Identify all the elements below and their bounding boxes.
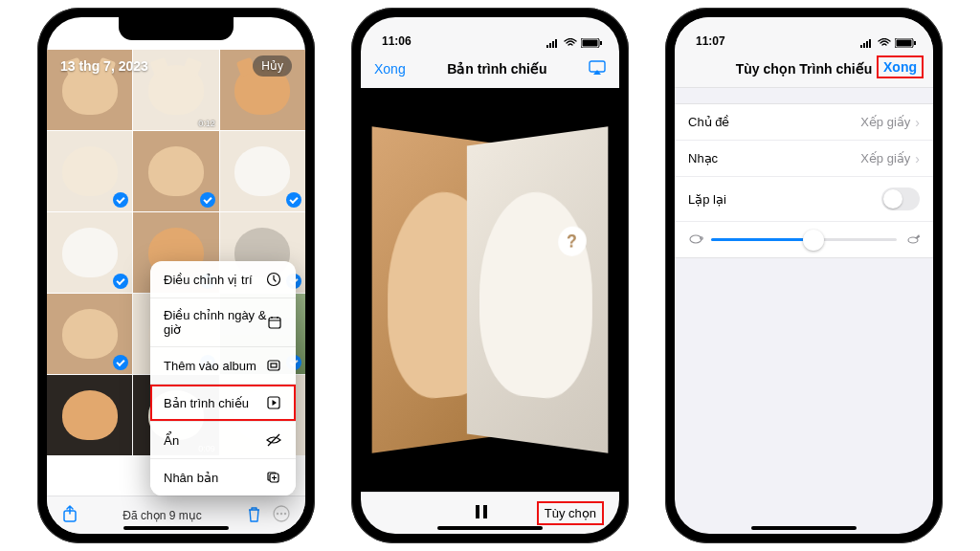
svg-point-36 bbox=[690, 235, 702, 243]
share-button[interactable] bbox=[62, 505, 78, 525]
selected-check-icon bbox=[113, 355, 128, 370]
done-button[interactable]: Xong bbox=[374, 61, 406, 77]
chevron-right-icon: › bbox=[915, 152, 920, 165]
phone-1: 11:06 13 thg 7, 2023 Hủy 0:12 bbox=[37, 8, 315, 543]
svg-rect-0 bbox=[233, 45, 234, 48]
svg-rect-22 bbox=[555, 39, 557, 48]
options-button[interactable]: Tùy chọn bbox=[537, 501, 604, 525]
photo-thumb[interactable] bbox=[47, 375, 132, 455]
pause-button[interactable] bbox=[475, 504, 488, 523]
more-button[interactable] bbox=[273, 505, 290, 525]
svg-rect-20 bbox=[549, 43, 551, 48]
svg-rect-24 bbox=[600, 41, 602, 45]
signal-icon bbox=[546, 38, 560, 48]
svg-rect-5 bbox=[286, 41, 288, 45]
home-indicator[interactable] bbox=[123, 526, 229, 530]
row-value: Xếp giấy › bbox=[860, 151, 920, 165]
selection-count: Đã chọn 9 mục bbox=[122, 509, 201, 522]
nav-title: Tùy chọn Trình chiếu bbox=[736, 61, 872, 77]
status-time: 11:07 bbox=[696, 34, 725, 48]
status-time: 11:06 bbox=[68, 34, 98, 48]
clock-icon bbox=[265, 271, 282, 288]
selected-check-icon bbox=[200, 192, 215, 208]
menu-adjust-location[interactable]: Điều chỉnh vị trí bbox=[150, 261, 296, 298]
rabbit-icon bbox=[904, 233, 920, 246]
menu-duplicate[interactable]: Nhân bản bbox=[150, 459, 296, 496]
screen: 11:06 13 thg 7, 2023 Hủy 0:12 bbox=[47, 17, 305, 534]
selected-check-icon bbox=[113, 274, 128, 289]
slideshow-preview[interactable]: ? bbox=[361, 88, 619, 492]
menu-label: Ẩn bbox=[164, 433, 179, 448]
svg-rect-19 bbox=[546, 45, 548, 48]
menu-hide[interactable]: Ẩn bbox=[150, 422, 296, 459]
svg-rect-3 bbox=[241, 39, 243, 48]
row-music[interactable]: Nhạc Xếp giấy › bbox=[675, 141, 933, 177]
photo-thumb[interactable] bbox=[133, 131, 218, 211]
phone-2: 11:06 Xong Bản trình chiếu ? bbox=[351, 8, 629, 543]
home-indicator[interactable] bbox=[437, 526, 543, 530]
video-duration: 0:12 bbox=[198, 119, 215, 128]
svg-rect-32 bbox=[869, 39, 871, 48]
svg-rect-31 bbox=[866, 41, 868, 48]
row-theme[interactable]: Chủ đề Xếp giấy › bbox=[675, 104, 933, 141]
photo-thumb[interactable] bbox=[220, 131, 305, 211]
signal-icon bbox=[860, 38, 874, 48]
row-label: Chủ đề bbox=[688, 115, 729, 129]
svg-rect-14 bbox=[268, 361, 279, 370]
menu-slideshow[interactable]: Bản trình chiếu bbox=[150, 385, 296, 422]
menu-label: Điều chỉnh ngày & giờ bbox=[164, 308, 267, 337]
menu-label: Thêm vào album bbox=[164, 359, 256, 373]
status-time: 11:06 bbox=[382, 34, 412, 48]
row-label: Nhạc bbox=[688, 151, 718, 165]
svg-rect-13 bbox=[269, 318, 280, 328]
svg-rect-15 bbox=[271, 364, 277, 367]
turtle-icon bbox=[688, 233, 703, 246]
date-title: 13 thg 7, 2023 bbox=[60, 58, 148, 74]
home-indicator[interactable] bbox=[751, 526, 857, 530]
photo-thumb[interactable] bbox=[47, 212, 132, 293]
selected-check-icon bbox=[113, 192, 128, 208]
status-bar: 11:06 bbox=[47, 17, 305, 50]
status-bar: 11:06 bbox=[361, 17, 619, 50]
menu-label: Bản trình chiếu bbox=[164, 396, 249, 410]
album-icon bbox=[265, 357, 282, 374]
context-menu: Điều chỉnh vị trí Điều chỉnh ngày & giờ … bbox=[150, 261, 296, 496]
cancel-button[interactable]: Hủy bbox=[253, 55, 292, 77]
status-right bbox=[546, 38, 602, 48]
screen: 11:07 Tùy chọn Trình chiếu Xong Chủ đề X… bbox=[675, 17, 933, 534]
svg-rect-34 bbox=[914, 41, 916, 45]
wifi-icon bbox=[878, 38, 891, 48]
svg-rect-28 bbox=[483, 505, 487, 518]
row-speed bbox=[675, 222, 933, 257]
status-right bbox=[860, 38, 916, 48]
svg-point-9 bbox=[277, 513, 278, 515]
airplay-button[interactable] bbox=[589, 60, 606, 78]
done-button[interactable]: Xong bbox=[877, 55, 924, 78]
svg-rect-27 bbox=[476, 505, 479, 518]
photo-thumb[interactable] bbox=[47, 131, 132, 211]
repeat-toggle[interactable] bbox=[881, 187, 920, 210]
menu-label: Điều chỉnh vị trí bbox=[164, 273, 253, 287]
menu-add-to-album[interactable]: Thêm vào album bbox=[150, 347, 296, 385]
svg-rect-30 bbox=[863, 43, 865, 48]
nav-bar: Tùy chọn Trình chiếu Xong bbox=[675, 50, 933, 88]
svg-rect-2 bbox=[238, 41, 240, 48]
status-right bbox=[233, 38, 288, 48]
row-label: Lặp lại bbox=[688, 192, 726, 207]
battery-icon bbox=[895, 38, 916, 48]
svg-rect-21 bbox=[552, 41, 554, 48]
photo-thumb[interactable] bbox=[47, 294, 132, 374]
selected-check-icon bbox=[286, 192, 301, 208]
trash-button[interactable] bbox=[247, 506, 261, 525]
slider-knob[interactable] bbox=[803, 230, 824, 251]
status-bar: 11:07 bbox=[675, 17, 933, 50]
svg-point-10 bbox=[280, 513, 282, 515]
menu-adjust-datetime[interactable]: Điều chỉnh ngày & giờ bbox=[150, 298, 296, 347]
svg-rect-1 bbox=[235, 43, 237, 48]
speed-slider[interactable] bbox=[711, 238, 897, 241]
row-repeat: Lặp lại bbox=[675, 177, 933, 222]
signal-icon bbox=[233, 38, 246, 48]
svg-line-17 bbox=[268, 434, 279, 446]
menu-label: Nhân bản bbox=[164, 471, 218, 485]
play-icon bbox=[265, 394, 282, 411]
